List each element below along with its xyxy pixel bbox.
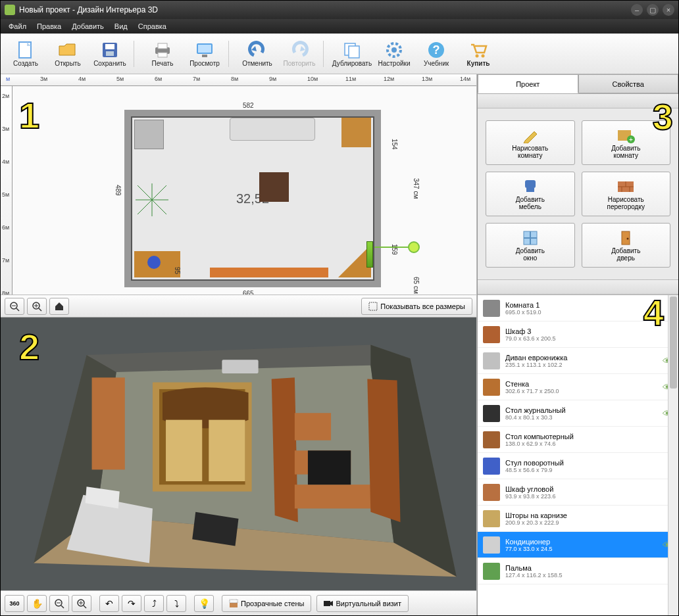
cart-icon — [468, 40, 489, 60]
furniture-unit[interactable] — [210, 268, 328, 277]
furniture-chair[interactable] — [147, 256, 161, 269]
scene-item[interactable]: Диван еврокнижка235.1 x 113.1 x 102.2👁 — [478, 348, 678, 374]
scene-object-list[interactable]: Комната 1695.0 x 519.0Шкаф 379.0 x 63.6 … — [478, 295, 678, 615]
scrollbar[interactable] — [668, 295, 678, 615]
save-button[interactable]: Сохранить — [89, 36, 131, 72]
title-bar: Новый проект - Дизайн Интерьера 3D – ▢ × — [1, 1, 678, 19]
svg-line-60 — [84, 605, 86, 608]
show-dimensions-button[interactable]: Показывать все размеры — [361, 298, 472, 315]
scene-item[interactable]: Стол журнальный80.4 x 80.1 x 30.3👁 — [478, 400, 678, 427]
scene-item[interactable]: Стенка302.6 x 71.7 x 250.0👁 — [478, 374, 678, 400]
menu-edit[interactable]: Правка — [32, 20, 66, 32]
object-thumbnail — [483, 300, 500, 317]
room-add-icon: + — [616, 128, 635, 143]
svg-rect-70 — [526, 188, 534, 192]
preview-button[interactable]: Просмотр — [184, 36, 226, 72]
help-icon: ? — [426, 40, 447, 60]
project-section-header — [478, 94, 678, 108]
menu-view[interactable]: Вид — [109, 20, 133, 32]
furniture-plant[interactable] — [134, 182, 170, 218]
home-button[interactable] — [49, 298, 69, 315]
pencil-icon — [521, 128, 540, 143]
lighting-button[interactable]: 💡 — [194, 595, 214, 612]
svg-rect-6 — [158, 53, 167, 57]
tilt-down-button[interactable]: ⤵ — [166, 595, 186, 612]
duplicate-button[interactable]: Дублировать — [331, 36, 373, 72]
scene-item[interactable]: Стол компьютерный138.0 x 62.9 x 74.6 — [478, 427, 678, 453]
svg-rect-79 — [622, 231, 630, 245]
furniture-cabinet[interactable] — [341, 118, 371, 147]
tab-project[interactable]: Проект — [478, 74, 578, 93]
zoom-out-button[interactable] — [5, 298, 24, 315]
furniture-wardrobe[interactable] — [134, 120, 164, 149]
maximize-button[interactable]: ▢ — [647, 4, 659, 16]
draw-wall-button[interactable]: Нарисоватьперегородку — [582, 172, 671, 216]
scene-item[interactable]: Шторы на карнизе200.9 x 20.3 x 222.9 — [478, 506, 678, 532]
room-outline[interactable]: 32,52 — [124, 110, 381, 287]
object-dimensions: 79.0 x 63.6 x 200.5 — [505, 335, 673, 342]
furniture-sofa-top[interactable] — [230, 118, 315, 141]
pan-button[interactable]: ✋ — [27, 595, 47, 612]
menu-add[interactable]: Добавить — [66, 20, 109, 32]
object-thumbnail — [483, 431, 500, 448]
help-button[interactable]: ?Учебник — [415, 36, 457, 72]
scene-item[interactable]: Кондиционер77.0 x 33.0 x 24.5👁 — [478, 532, 678, 558]
svg-rect-2 — [105, 44, 114, 49]
object-dimensions: 80.4 x 80.1 x 30.3 — [505, 414, 673, 421]
scene-item[interactable]: Шкаф 379.0 x 63.6 x 200.5 — [478, 321, 678, 348]
zoom-in-3d-button[interactable] — [72, 595, 91, 612]
svg-line-29 — [16, 308, 19, 311]
transparent-walls-button[interactable]: Прозрачные стены — [222, 595, 311, 612]
add-door-button[interactable]: Добавитьдверь — [582, 223, 671, 268]
window-title: Новый проект - Дизайн Интерьера 3D — [19, 5, 158, 14]
zoom-in-button[interactable] — [27, 298, 47, 315]
3d-view-canvas[interactable]: 2 — [1, 318, 476, 590]
tab-properties[interactable]: Свойства — [578, 74, 679, 93]
rotate-360-button[interactable]: 360 — [5, 595, 24, 612]
folder-open-icon — [57, 40, 78, 60]
minimize-button[interactable]: – — [631, 4, 643, 16]
undo-button[interactable]: Отменить — [236, 36, 278, 72]
zoom-out-3d-button[interactable] — [49, 595, 69, 612]
scene-item[interactable]: Пальма127.4 x 116.2 x 158.5 — [478, 558, 678, 584]
object-dimensions: 127.4 x 116.2 x 158.5 — [505, 572, 673, 579]
floor-plan-canvas[interactable]: м 3м 4м 5м 6м 7м 8м 9м 10м 11м 12м 13м 1… — [1, 74, 476, 318]
svg-rect-63 — [230, 603, 238, 607]
object-name: Шкаф 3 — [505, 327, 673, 335]
plan-area[interactable]: 32,52 582 154 347 — [13, 86, 476, 295]
open-button[interactable]: Открыть — [47, 36, 89, 72]
object-thumbnail — [483, 379, 500, 396]
object-dimensions: 302.6 x 71.7 x 250.0 — [505, 388, 673, 394]
scrollbar-thumb[interactable] — [670, 296, 677, 389]
add-furniture-button[interactable]: Добавитьмебель — [486, 172, 575, 216]
create-button[interactable]: Создать — [5, 36, 47, 72]
virtual-visit-button[interactable]: Виртуальный визит — [316, 595, 409, 612]
plan-toolbar: Показывать все размеры — [1, 295, 476, 317]
furniture-table[interactable] — [259, 172, 289, 202]
ruler-horizontal: м 3м 4м 5м 6м 7м 8м 9м 10м 11м 12м 13м 1… — [1, 74, 476, 86]
menu-file[interactable]: Файл — [3, 20, 32, 32]
wall-icon — [229, 599, 238, 608]
scene-item[interactable]: Стул поворотный48.5 x 56.6 x 79.9 — [478, 453, 678, 479]
svg-rect-44 — [209, 420, 245, 481]
redo-button[interactable]: Повторить — [278, 36, 320, 72]
rotate-right-button[interactable]: ↷ — [122, 595, 141, 612]
door-icon — [616, 230, 635, 246]
add-window-button[interactable]: Добавитьокно — [486, 223, 575, 268]
svg-rect-9 — [202, 55, 207, 57]
scene-item[interactable]: Шкаф угловой93.9 x 93.8 x 223.6 — [478, 479, 678, 506]
object-name: Шкаф угловой — [505, 485, 673, 493]
draw-room-button[interactable]: Нарисоватькомнату — [486, 120, 575, 165]
tilt-up-button[interactable]: ⤴ — [144, 595, 164, 612]
print-button[interactable]: Печать — [141, 36, 184, 72]
rotate-left-button[interactable]: ↶ — [99, 595, 119, 612]
menu-help[interactable]: Справка — [133, 20, 172, 32]
svg-rect-64 — [230, 600, 238, 603]
settings-button[interactable]: Настройки — [373, 36, 415, 72]
svg-text:+: + — [629, 136, 633, 143]
buy-button[interactable]: Купить — [457, 36, 499, 72]
close-button[interactable]: × — [663, 4, 674, 16]
scene-item[interactable]: Комната 1695.0 x 519.0 — [478, 295, 678, 321]
add-room-button[interactable]: + Добавитькомнату — [582, 120, 671, 165]
svg-point-27 — [409, 242, 419, 252]
